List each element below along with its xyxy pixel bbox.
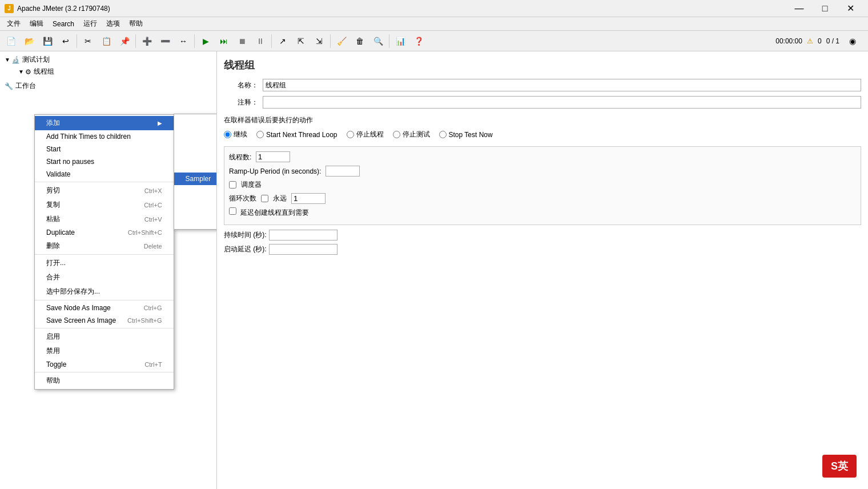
thread-group-expand-icon[interactable]: ▼ — [18, 69, 24, 75]
radio-stop-test[interactable]: 停止测试 — [393, 130, 430, 139]
sub-timer[interactable]: 定时器 — [174, 144, 217, 158]
ctx-duplicate[interactable]: Duplicate Ctrl+Shift+C — [35, 226, 174, 239]
copy-btn[interactable]: 📋 — [98, 33, 115, 50]
expand-btn[interactable]: ➕ — [138, 33, 155, 50]
thread-group-icon: ⚙ — [25, 68, 31, 76]
startup-row: 启动延迟 (秒): — [224, 244, 861, 255]
sub-pre-proc[interactable]: 前置处理器 ▶ — [174, 158, 217, 173]
ctx-add[interactable]: 添加 ▶ 逻辑控制器 ▶ 配置元件 定时器 前置处理器 — [35, 116, 174, 130]
ctx-start-no-pauses[interactable]: Start no pauses — [35, 155, 174, 168]
sub-logic-ctrl[interactable]: 逻辑控制器 ▶ — [174, 115, 217, 130]
menu-edit[interactable]: 编辑 — [25, 17, 48, 30]
ctx-save-screen-img[interactable]: Save Screen As Image Ctrl+Shift+G — [35, 314, 174, 327]
forever-checkbox[interactable] — [261, 195, 268, 202]
remote-start-btn[interactable]: ↗ — [274, 33, 291, 50]
expand-icon[interactable]: ▼ — [5, 57, 10, 63]
ctx-validate[interactable]: Validate — [35, 168, 174, 181]
clear-all-btn[interactable]: 🗑 — [351, 33, 368, 50]
tree-node-workbench[interactable]: 🔧 工作台 — [2, 80, 214, 92]
radio-stop-thread[interactable]: 停止线程 — [347, 130, 384, 139]
ctx-save-node-img[interactable]: Save Node As Image Ctrl+G — [35, 302, 174, 314]
sub-config[interactable]: 配置元件 — [174, 130, 217, 144]
shutdown-btn[interactable]: ⏸ — [252, 33, 269, 50]
maximize-button[interactable]: □ — [812, 0, 838, 17]
ctx-disable[interactable]: 禁用 — [35, 344, 174, 358]
ctx-save-selection[interactable]: 选中部分保存为... — [35, 284, 174, 299]
radio-stop-test-now-input[interactable] — [439, 131, 447, 138]
workbench-icon: 🔧 — [5, 82, 13, 90]
radio-stop-thread-input[interactable] — [347, 131, 354, 138]
radio-continue[interactable]: 继续 — [224, 130, 247, 139]
delay-label: 延迟创建线程直到需要 — [240, 209, 309, 217]
page-btn[interactable]: ◉ — [844, 33, 861, 50]
radio-next-loop-label: Start Next Thread Loop — [266, 131, 337, 139]
sub-sampler[interactable]: Sampler ▶ Access Log Sampler AJP/1.3 Sam… — [174, 173, 217, 185]
remote-all-btn[interactable]: ⇲ — [311, 33, 328, 50]
comment-input[interactable] — [263, 96, 861, 109]
browse-btn[interactable]: 🔍 — [369, 33, 387, 50]
sub-logic-ctrl-label: 逻辑控制器 — [186, 118, 217, 127]
loop-count-input[interactable] — [291, 193, 326, 204]
app-icon: J — [5, 4, 14, 13]
menu-search[interactable]: Search — [48, 17, 79, 30]
stop-btn[interactable]: ⏹ — [234, 33, 251, 50]
radio-next-loop[interactable]: Start Next Thread Loop — [256, 131, 337, 139]
new-button[interactable]: 📄 — [2, 33, 19, 50]
tree-node-test-plan[interactable]: ▼ 🔬 测试计划 — [2, 54, 214, 66]
radio-continue-input[interactable] — [224, 131, 231, 138]
sub-listeners[interactable]: 监听器 — [174, 214, 217, 228]
clear-btn[interactable]: 🧹 — [333, 33, 350, 50]
collapse-btn[interactable]: ➖ — [156, 33, 174, 50]
close-button[interactable]: ✕ — [838, 0, 863, 17]
menu-file[interactable]: 文件 — [2, 17, 25, 30]
ctx-copy[interactable]: 复制 Ctrl+C — [35, 198, 174, 212]
thread-count-input[interactable] — [256, 151, 290, 162]
sub-assertions[interactable]: 断言 ▶ — [174, 199, 217, 214]
toolbar: 📄 📂 💾 ↩ ✂ 📋 📌 ➕ ➖ ↔ ▶ ⏭ ⏹ ⏸ ↗ ⇱ ⇲ 🧹 🗑 🔍 … — [0, 31, 868, 51]
radio-stop-test-input[interactable] — [393, 131, 400, 138]
ctx-delete[interactable]: 删除 Delete — [35, 239, 174, 253]
toggle-btn[interactable]: ↔ — [175, 33, 192, 50]
menu-run[interactable]: 运行 — [79, 17, 102, 30]
ctx-toggle[interactable]: Toggle Ctrl+T — [35, 358, 174, 371]
start-btn[interactable]: ▶ — [197, 33, 214, 50]
ctx-start[interactable]: Start — [35, 143, 174, 155]
minimize-button[interactable]: — — [786, 0, 812, 17]
radio-next-loop-input[interactable] — [256, 131, 264, 138]
error-section-title: 在取样器错误后要执行的动作 — [224, 115, 861, 125]
start-no-pauses-btn[interactable]: ⏭ — [215, 33, 232, 50]
ctx-start-no-pauses-label: Start no pauses — [46, 158, 94, 166]
sub-timer-label: 定时器 — [186, 146, 206, 156]
cut-btn[interactable]: ✂ — [79, 33, 97, 50]
ctx-help[interactable]: 帮助 — [35, 374, 174, 388]
revert-button[interactable]: ↩ — [57, 33, 74, 50]
paste-btn[interactable]: 📌 — [116, 33, 133, 50]
ctx-merge[interactable]: 合并 — [35, 270, 174, 284]
ctx-merge-label: 合并 — [46, 272, 60, 282]
menu-options[interactable]: 选项 — [102, 17, 124, 30]
remote-stop-btn[interactable]: ⇱ — [292, 33, 310, 50]
startup-input[interactable] — [269, 244, 337, 255]
ramp-input[interactable] — [326, 166, 360, 177]
scheduler-checkbox[interactable] — [229, 181, 236, 189]
help-btn2[interactable]: ❓ — [410, 33, 427, 50]
ctx-open[interactable]: 打开... — [35, 256, 174, 270]
ctx-cut[interactable]: 剪切 Ctrl+X — [35, 183, 174, 198]
ctx-enable[interactable]: 启用 — [35, 330, 174, 344]
name-input[interactable] — [263, 79, 861, 91]
name-label: 名称： — [224, 81, 258, 90]
duration-input[interactable] — [269, 230, 337, 241]
ctx-save-screen-img-shortcut: Ctrl+Shift+G — [127, 317, 162, 324]
menu-help[interactable]: 帮助 — [124, 17, 147, 30]
ctx-paste[interactable]: 粘贴 Ctrl+V — [35, 212, 174, 226]
radio-stop-test-now[interactable]: Stop Test Now — [439, 131, 493, 139]
sub-post-proc[interactable]: 后置处理器 ▶ — [174, 185, 217, 199]
ctx-add-think-times[interactable]: Add Think Times to children — [35, 130, 174, 143]
tree-node-thread-group[interactable]: ▼ ⚙ 线程组 — [2, 66, 214, 78]
sep-ctx-5 — [35, 372, 174, 372]
save-button[interactable]: 💾 — [39, 33, 56, 50]
delay-checkbox[interactable] — [229, 207, 236, 215]
ctx-enable-label: 启用 — [46, 332, 60, 342]
open-button[interactable]: 📂 — [21, 33, 38, 50]
table-btn[interactable]: 📊 — [392, 33, 409, 50]
